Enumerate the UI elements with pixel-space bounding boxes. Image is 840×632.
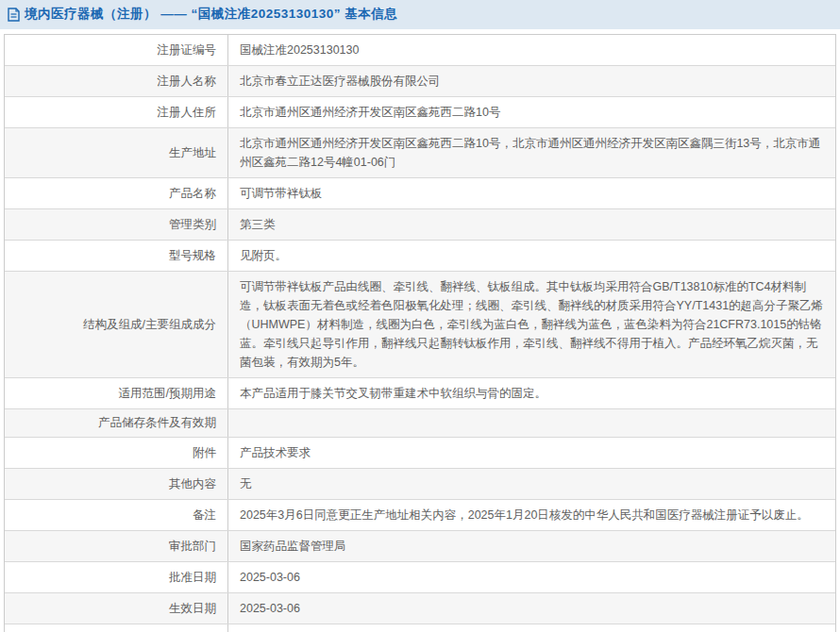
row-label: 管理类别 (5, 209, 228, 240)
row-value: 国家药品监督管理局 (228, 531, 835, 561)
table-row: 生产地址 北京市通州区通州经济开发区南区鑫苑西二路10号，北京市通州区通州经济开… (5, 128, 835, 178)
row-label: 生产地址 (5, 128, 228, 177)
table-row: 注册证编号 国械注准20253130130 (5, 35, 835, 66)
row-value: 第三类 (228, 209, 835, 240)
page-header: 境内医疗器械（注册） —— “国械注准20253130130” 基本信息 (0, 0, 840, 29)
row-value: 2025-03-06 (228, 562, 835, 592)
table-row: 管理类别 第三类 (5, 209, 835, 241)
row-label-text: 注册证编号 (158, 42, 217, 58)
row-label-text: 型号规格 (169, 248, 216, 264)
table-row: 适用范围/预期用途 本产品适用于膝关节交叉韧带重建术中软组织与骨的固定。 (5, 378, 835, 409)
row-value: 2030-01-19 (228, 624, 835, 632)
row-value (228, 409, 835, 437)
row-label: 注册人住所 (5, 97, 228, 127)
row-label-text: 注册人住所 (158, 105, 217, 121)
row-label-text: 审批部门 (169, 539, 216, 555)
row-label: 型号规格 (5, 241, 228, 271)
row-label-text: 注册人名称 (158, 74, 217, 90)
table-row: 有效期至 2030-01-19 (5, 624, 835, 632)
row-label: 结构及组成/主要组成成分 (5, 272, 228, 377)
table-row: 其他内容 无 (5, 469, 835, 500)
table-row: 产品名称 可调节带袢钛板 (5, 178, 835, 209)
table-row: 附件 产品技术要求 (5, 438, 835, 469)
row-label-text: 生效日期 (169, 601, 216, 617)
row-value: 可调节带袢钛板产品由线圈、牵引线、翻袢线、钛板组成。其中钛板均采用符合GB/T1… (228, 272, 835, 377)
table-row: 批准日期 2025-03-06 (5, 562, 835, 593)
row-value: 北京市通州区通州经济开发区南区鑫苑西二路10号，北京市通州区通州经济开发区南区鑫… (228, 128, 835, 177)
row-value: 北京市春立正达医疗器械股份有限公司 (228, 66, 835, 96)
row-label: 产品名称 (5, 178, 228, 208)
row-value: 无 (228, 469, 835, 499)
row-value: 产品技术要求 (228, 438, 835, 468)
row-label-text: 产品储存条件及有效期 (98, 415, 216, 431)
table-row: 注册人住所 北京市通州区通州经济开发区南区鑫苑西二路10号 (5, 97, 835, 128)
table-row: 注册人名称 北京市春立正达医疗器械股份有限公司 (5, 66, 835, 97)
page-title: 境内医疗器械（注册） —— “国械注准20253130130” 基本信息 (25, 6, 397, 23)
row-label: 备注 (5, 500, 228, 530)
row-label-text: 附件 (193, 445, 216, 461)
row-value: 2025-03-06 (228, 593, 835, 624)
row-value: 国械注准20253130130 (228, 35, 835, 65)
row-label-text: 生产地址 (169, 145, 216, 161)
row-label-text: 适用范围/预期用途 (119, 386, 216, 402)
row-value: 北京市通州区通州经济开发区南区鑫苑西二路10号 (228, 97, 835, 127)
row-label: 注册证编号 (5, 35, 228, 65)
row-label: 批准日期 (5, 562, 228, 592)
row-label: 附件 (5, 438, 228, 468)
row-label-text: 管理类别 (169, 217, 216, 233)
table-row: 审批部门 国家药品监督管理局 (5, 531, 835, 562)
row-label: 有效期至 (5, 624, 228, 632)
row-label: 审批部门 (5, 531, 228, 561)
row-value: 可调节带袢钛板 (228, 178, 835, 208)
row-label-text: 产品名称 (169, 186, 216, 202)
row-label: 其他内容 (5, 469, 228, 499)
row-label-text: 结构及组成/主要组成成分 (83, 317, 216, 333)
row-label: 生效日期 (5, 593, 228, 624)
table-row: 型号规格 见附页。 (5, 241, 835, 272)
table-row: 结构及组成/主要组成成分 可调节带袢钛板产品由线圈、牵引线、翻袢线、钛板组成。其… (5, 272, 835, 378)
row-label-text: 备注 (193, 507, 216, 524)
row-label: 适用范围/预期用途 (5, 378, 228, 408)
table-row: 生效日期 2025-03-06 (5, 593, 835, 624)
table-row: 产品储存条件及有效期 (5, 409, 835, 438)
row-value: 2025年3月6日同意更正生产地址相关内容，2025年1月20日核发的中华人民共… (228, 500, 835, 530)
table-row: 备注 2025年3月6日同意更正生产地址相关内容，2025年1月20日核发的中华… (5, 500, 835, 531)
row-label: 注册人名称 (5, 66, 228, 96)
row-value: 本产品适用于膝关节交叉韧带重建术中软组织与骨的固定。 (228, 378, 835, 408)
document-icon (8, 8, 20, 22)
registration-info-table: 注册证编号 国械注准20253130130 注册人名称 北京市春立正达医疗器械股… (4, 34, 836, 632)
row-label-text: 批准日期 (169, 570, 216, 586)
row-label-text: 其他内容 (169, 476, 216, 492)
row-value: 见附页。 (228, 241, 835, 271)
row-label: 产品储存条件及有效期 (5, 409, 228, 437)
